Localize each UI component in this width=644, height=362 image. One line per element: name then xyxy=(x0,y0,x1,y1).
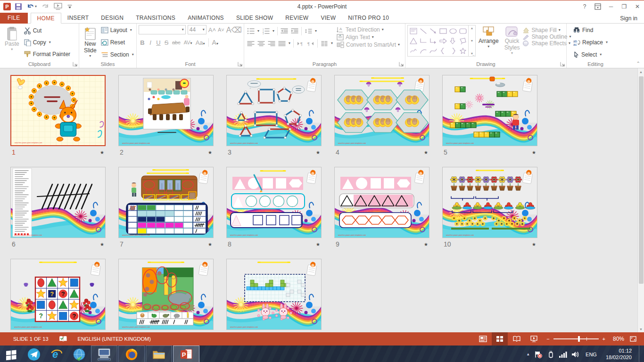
power-icon[interactable] xyxy=(547,351,554,358)
shape-cell-0[interactable] xyxy=(408,26,418,36)
character-spacing-button[interactable]: AV▾ xyxy=(184,40,192,45)
language-indicator[interactable]: ENGLISH (UNITED KINGDOM) xyxy=(78,336,151,342)
slide-thumbnail-2[interactable]: www.free-power-point-templates.com2★ xyxy=(118,75,214,157)
shape-cell-15[interactable] xyxy=(438,46,448,56)
slide-thumbnail-6[interactable]: www.free-power-point-templates.com6★ xyxy=(10,167,106,249)
shrink-font-button[interactable]: A˅ xyxy=(218,27,224,33)
slide-thumbnail-7[interactable]: www.free-power-point-templates.com7★ xyxy=(118,167,214,249)
tab-nitro-pro-10[interactable]: NITRO PRO 10 xyxy=(342,13,395,24)
slide-12-image[interactable]: www.free-power-point-templates.com xyxy=(118,259,214,330)
slide-10-image[interactable]: www.free-power-point-templates.com xyxy=(442,167,537,238)
font-name-combo[interactable]: ▾ xyxy=(139,25,186,34)
customize-qat-button[interactable] xyxy=(66,3,74,10)
scroll-down-arrow[interactable]: ▼ xyxy=(638,326,644,332)
slide-6-image[interactable]: www.free-power-point-templates.com xyxy=(10,167,106,238)
find-button[interactable]: Find xyxy=(571,26,622,34)
slideshow-view-button[interactable] xyxy=(526,332,542,346)
shape-cell-14[interactable] xyxy=(428,46,438,56)
columns-button[interactable] xyxy=(321,41,328,47)
slide-1-image[interactable]: www.free-power-point-templates.com xyxy=(10,75,106,146)
tab-review[interactable]: REVIEW xyxy=(279,13,314,24)
animation-star-icon[interactable]: ★ xyxy=(100,242,104,247)
scroll-up-arrow[interactable]: ▲ xyxy=(638,68,644,75)
show-desktop-button[interactable] xyxy=(639,346,642,362)
tab-home[interactable]: HOME xyxy=(31,13,61,24)
taskbar-firefox-icon[interactable] xyxy=(118,346,145,362)
replace-button[interactable]: abacReplace▾ xyxy=(571,39,622,46)
close-button[interactable]: ✕ xyxy=(631,0,644,12)
select-button[interactable]: Select▾ xyxy=(571,51,622,58)
slide-thumbnail-10[interactable]: www.free-power-point-templates.com10★ xyxy=(442,167,537,249)
format-painter-button[interactable]: Format Painter xyxy=(22,50,72,58)
vertical-scrollbar[interactable]: ▲ ▼ xyxy=(637,68,644,332)
left-to-right-button[interactable]: ¶ xyxy=(297,41,304,47)
scrollbar-thumb[interactable] xyxy=(639,76,644,284)
shape-cell-7[interactable] xyxy=(418,36,428,46)
shape-cell-5[interactable] xyxy=(458,26,468,36)
strikethrough-button[interactable]: abc xyxy=(172,40,181,45)
shape-cell-16[interactable] xyxy=(448,46,458,56)
action-center-icon[interactable] xyxy=(534,351,543,358)
animation-star-icon[interactable]: ★ xyxy=(208,150,212,155)
slide-8-image[interactable]: www.free-power-point-templates.com xyxy=(226,167,322,238)
convert-smartart-button[interactable]: Convert to SmartArt▾ xyxy=(337,41,400,48)
shape-cell-8[interactable] xyxy=(428,36,438,46)
taskbar-telegram-icon[interactable] xyxy=(23,346,45,362)
reset-button[interactable]: Reset xyxy=(99,39,135,46)
zoom-out-button[interactable]: − xyxy=(546,336,549,342)
slide-thumbnail-5[interactable]: www.free-power-point-templates.com5★ xyxy=(442,75,537,157)
animation-star-icon[interactable]: ★ xyxy=(424,150,428,155)
arrange-button[interactable]: Arrange▾ xyxy=(476,25,502,50)
shape-effects-button[interactable]: Shape Effects▾ xyxy=(522,40,571,47)
paste-button[interactable]: Paste▾ xyxy=(2,25,22,60)
italic-button[interactable]: I xyxy=(148,39,153,46)
ribbon-display-options-button[interactable] xyxy=(591,0,604,12)
tab-view[interactable]: VIEW xyxy=(314,13,342,24)
help-button[interactable]: ? xyxy=(578,0,591,12)
slide-thumbnail-12[interactable]: www.free-power-point-templates.com xyxy=(118,259,214,332)
slide-thumbnail-1[interactable]: www.free-power-point-templates.com1★ xyxy=(10,75,106,157)
paragraph-dialog-launcher[interactable] xyxy=(399,62,404,67)
slide-thumbnail-13[interactable]: www.free-power-point-templates.com xyxy=(226,259,322,332)
font-size-combo[interactable]: 44▾ xyxy=(188,25,206,34)
normal-view-button[interactable] xyxy=(475,332,491,346)
fit-slide-to-window-button[interactable] xyxy=(625,332,641,346)
animation-star-icon[interactable]: ★ xyxy=(532,150,536,155)
change-case-button[interactable]: Aa▾ xyxy=(196,39,205,46)
shape-cell-12[interactable] xyxy=(408,46,418,56)
slide-9-image[interactable]: www.free-power-point-templates.com xyxy=(334,167,429,238)
zoom-percent[interactable]: 80% xyxy=(610,336,624,342)
section-button[interactable]: Section▾ xyxy=(99,51,135,58)
shape-outline-button[interactable]: Shape Outline▾ xyxy=(522,33,571,40)
shape-cell-2[interactable] xyxy=(428,26,438,36)
animation-star-icon[interactable]: ★ xyxy=(424,242,428,247)
tab-slide-show[interactable]: SLIDE SHOW xyxy=(230,13,279,24)
volume-icon[interactable] xyxy=(571,351,579,358)
slide-thumbnail-9[interactable]: www.free-power-point-templates.com9★ xyxy=(334,167,429,249)
tab-insert[interactable]: INSERT xyxy=(61,13,95,24)
clock[interactable]: 01:1218/02/2020 xyxy=(603,348,635,361)
shape-fill-button[interactable]: Shape Fill▾ xyxy=(522,27,571,33)
maximize-button[interactable]: ❐ xyxy=(618,0,631,12)
align-center-button[interactable] xyxy=(257,41,265,47)
tray-expand-icon[interactable]: ▲ xyxy=(526,352,530,356)
increase-indent-button[interactable] xyxy=(291,28,298,34)
font-dialog-launcher[interactable] xyxy=(238,62,243,67)
taskbar-start-button[interactable] xyxy=(0,346,23,362)
animation-star-icon[interactable]: ★ xyxy=(316,242,320,247)
shape-cell-4[interactable] xyxy=(448,26,458,36)
shape-cell-6[interactable] xyxy=(408,36,418,46)
copy-button[interactable]: Copy▾ xyxy=(22,38,72,47)
grow-font-button[interactable]: A˄ xyxy=(208,26,216,33)
taskbar-internet-explorer-icon[interactable]: e xyxy=(45,346,68,362)
shape-cell-11[interactable] xyxy=(458,36,468,46)
shadow-button[interactable]: S xyxy=(164,39,169,46)
slide-thumbnail-3[interactable]: www.free-power-point-templates.com3★ xyxy=(226,75,322,157)
minimize-button[interactable]: ─ xyxy=(604,0,618,12)
shape-cell-10[interactable] xyxy=(448,36,458,46)
tab-transitions[interactable]: TRANSITIONS xyxy=(130,13,182,24)
slide-sorter-view-button[interactable] xyxy=(492,332,508,346)
language-tray[interactable]: ENG xyxy=(584,352,599,357)
taskbar-file-explorer-icon[interactable] xyxy=(146,346,172,362)
justify-button[interactable] xyxy=(278,41,286,47)
